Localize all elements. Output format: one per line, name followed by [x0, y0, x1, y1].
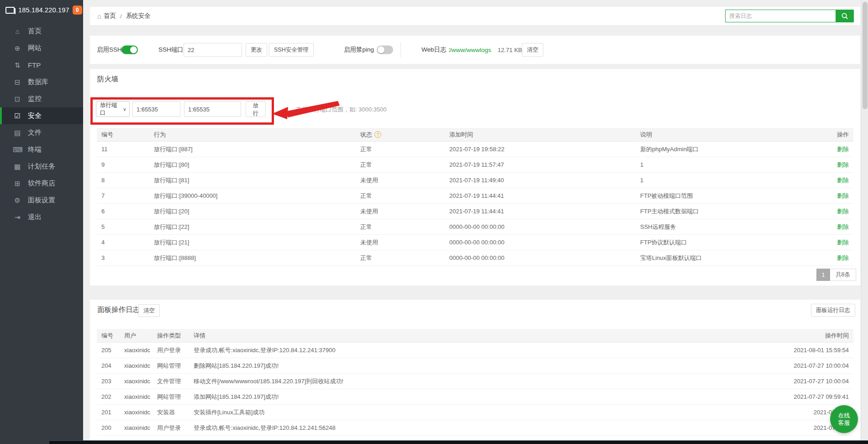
log-search [725, 10, 854, 22]
status-help-icon[interactable]: ? [374, 131, 381, 138]
sidebar-item-label: 退出 [28, 213, 42, 222]
ssh-port-input[interactable] [184, 43, 242, 57]
page-number-button[interactable]: 1 [816, 269, 830, 281]
panel-logs-title: 面板操作日志 [97, 305, 140, 315]
rule-note: 宝塔Linux面板默认端口 [640, 254, 803, 262]
rule-status: 正常 [360, 145, 449, 153]
log-time: 2021-08-01 15:59:54 [758, 347, 853, 354]
rule-id: 3 [97, 254, 154, 261]
support-label-line2: 客服 [838, 419, 850, 427]
sidebar-item-label: 监控 [28, 95, 42, 103]
rule-note: FTP主动模式数据端口 [640, 207, 803, 216]
logs-table-header: 编号 用户 操作类型 详情 操作时间 [97, 329, 853, 343]
col-action-header: 行为 [154, 131, 360, 139]
log-type: 网站管理 [157, 393, 194, 401]
delete-rule-link[interactable]: 删除 [837, 146, 849, 153]
breadcrumb-current: 系统安全 [126, 12, 151, 20]
log-detail: 添加网站[185.184.220.197]成功! [194, 393, 758, 401]
firewall-action-select[interactable]: 放行端口 ∨ [96, 101, 130, 117]
sidebar-item-label: FTP [28, 61, 41, 69]
col-detail-header: 详情 [194, 332, 758, 340]
sidebar-item-label: 文件 [28, 128, 42, 137]
vertical-scrollbar [861, 0, 868, 444]
log-id: 203 [97, 378, 124, 385]
sidebar-item[interactable]: ⊕ 网站 [0, 40, 83, 57]
message-count-badge[interactable]: 0 [73, 5, 82, 15]
log-row: 204 xiaoxinidc 网站管理 删除网站[185.184.220.197… [97, 358, 853, 374]
breadcrumb-bar: ⌂ 首页 / 系统安全 [90, 7, 860, 25]
delete-rule-link[interactable]: 删除 [837, 254, 849, 261]
rule-note: FTP被动模端口范围 [640, 192, 803, 200]
sidebar-item[interactable]: ⌂ 首页 [0, 23, 83, 40]
rule-action: 放行端口:[39000-40000] [154, 192, 360, 200]
sidebar-item-label: 面板设置 [28, 196, 55, 205]
delete-rule-link[interactable]: 删除 [837, 208, 849, 215]
log-id: 205 [97, 347, 124, 354]
breadcrumb: ⌂ 首页 / 系统安全 [97, 7, 151, 25]
sidebar-item[interactable]: ⇅ FTP [0, 57, 83, 74]
col-optime-header: 操作时间 [758, 332, 853, 340]
log-row: 203 xiaoxinidc 文件管理 移动文件[/www/wwwroot/18… [97, 374, 853, 389]
change-port-button[interactable]: 更改 [246, 43, 267, 57]
col-id-header: 编号 [97, 332, 124, 340]
log-detail: 安装插件[Linux工具箱]成功 [194, 408, 758, 417]
enable-ssh-toggle[interactable] [121, 46, 138, 54]
sidebar-item[interactable]: ⚙ 面板设置 [0, 192, 83, 209]
status-header-label: 状态 [360, 131, 372, 139]
cron-calendar-icon: ▦ [13, 163, 22, 171]
breadcrumb-home-link[interactable]: 首页 [104, 12, 116, 20]
firewall-port-input-2[interactable] [184, 101, 241, 117]
rule-action: 放行端口:[21] [154, 238, 360, 247]
baota-panel-security-page: 185.184.220.197 0 ⌂ 首页 ⊕ 网站 ⇅ FTP [0, 0, 868, 444]
terminal-icon: ⌨ [13, 146, 22, 154]
sidebar-item-label: 网站 [28, 44, 42, 53]
monitor-chart-icon: ⊡ [13, 95, 22, 103]
files-folder-icon: ▤ [13, 129, 22, 137]
firewall-rule-row: 7 放行端口:[39000-40000] 正常 2021-07-19 11:44… [97, 188, 853, 204]
sidebar-item[interactable]: ▦ 计划任务 [0, 158, 83, 175]
server-entry[interactable]: 185.184.220.197 0 [0, 0, 83, 21]
settings-gear-icon: ⚙ [13, 196, 22, 205]
firewall-allow-button[interactable]: 放行 [246, 101, 266, 117]
clear-weblog-button[interactable]: 清空 [522, 43, 543, 57]
delete-rule-link[interactable]: 删除 [837, 161, 849, 168]
delete-rule-link[interactable]: 删除 [837, 239, 849, 246]
log-user: xiaoxinidc [124, 378, 157, 385]
sidebar-item[interactable]: ⌨ 终端 [0, 141, 83, 158]
search-input[interactable] [725, 10, 836, 22]
sidebar-item[interactable]: ⊡ 监控 [0, 90, 83, 107]
firewall-action-selected: 放行端口 [100, 101, 123, 117]
ssh-security-manage-button[interactable]: SSH安全管理 [269, 43, 314, 57]
sidebar-item[interactable]: ⊞ 软件商店 [0, 175, 83, 192]
toggle-knob [130, 47, 137, 53]
window-bottom-bar [49, 440, 868, 444]
rule-status: 正常 [360, 161, 449, 169]
panel-run-log-button[interactable]: 面板运行日志 [811, 304, 855, 317]
log-type: 用户登录 [157, 346, 194, 354]
log-type: 文件管理 [157, 377, 194, 386]
rule-time: 0000-00-00 00:00:00 [449, 239, 640, 246]
scrollbar-thumb[interactable] [863, 2, 868, 109]
log-time: 2021-07-27 10:00:04 [758, 362, 853, 369]
delete-rule-link[interactable]: 删除 [837, 177, 849, 184]
delete-rule-link[interactable]: 删除 [837, 223, 849, 230]
rule-time: 0000-00-00 00:00:00 [449, 254, 640, 261]
firewall-port-input-1[interactable] [132, 101, 180, 117]
disable-ping-toggle[interactable] [377, 46, 393, 54]
clear-logs-button[interactable]: 清空 [138, 304, 160, 317]
panel-logs-table: 编号 用户 操作类型 详情 操作时间 205 xiaoxinidc 用户登录 登… [97, 329, 853, 444]
sidebar-nav: ⌂ 首页 ⊕ 网站 ⇅ FTP ⊟ 数据库 [0, 23, 83, 226]
delete-rule-link[interactable]: 删除 [837, 192, 849, 199]
firewall-table-header: 编号 行为 状态 ? 添加时间 说明 操作 [97, 128, 853, 142]
rule-note: FTP协议默认端口 [640, 238, 803, 247]
disable-ping-label: 启用禁ping [344, 46, 374, 54]
online-support-button[interactable]: 在线 客服 [830, 405, 858, 433]
sidebar-item[interactable]: ⊟ 数据库 [0, 74, 83, 90]
search-button[interactable] [836, 10, 854, 22]
sidebar-item[interactable]: ⇥ 退出 [0, 209, 83, 226]
firewall-rule-row: 5 放行端口:[22] 正常 0000-00-00 00:00:00 SSH远程… [97, 219, 853, 235]
sidebar-item[interactable]: ☑ 安全 [0, 107, 83, 124]
sidebar-item[interactable]: ▤ 文件 [0, 124, 83, 141]
log-id: 204 [97, 362, 124, 369]
weblog-path-link[interactable]: /www/wwwlogs [450, 47, 491, 53]
